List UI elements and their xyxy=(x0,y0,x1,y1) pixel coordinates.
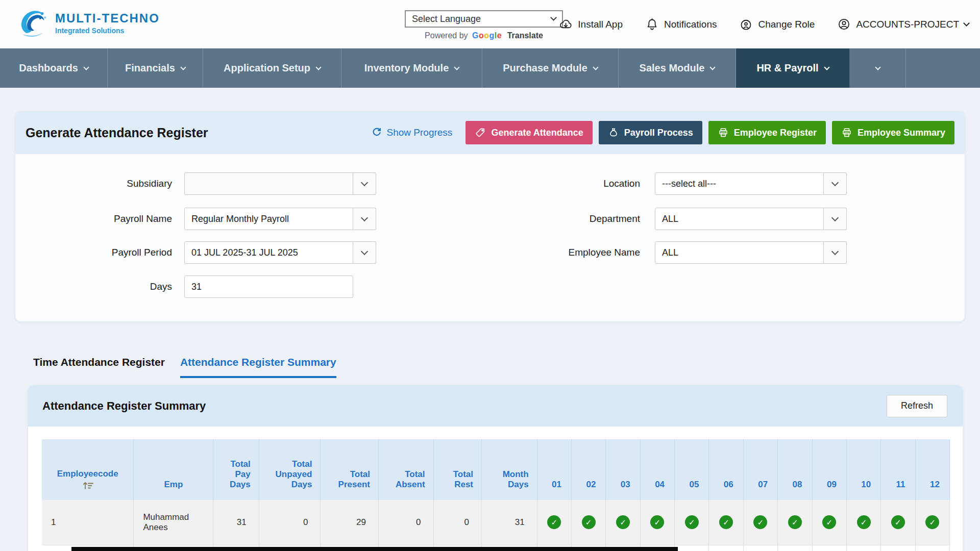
location-select[interactable]: ---select all--- xyxy=(655,172,847,195)
refresh-button[interactable]: Refresh xyxy=(887,395,947,417)
days-input[interactable]: 31 xyxy=(184,276,353,298)
employee-name-select[interactable]: ALL xyxy=(655,241,847,264)
col-day-01: 01 xyxy=(537,439,571,500)
employee-name-label: Employee Name xyxy=(513,247,640,258)
payroll-period-select[interactable]: 01 JUL 2025-31 JUL 2025 xyxy=(184,241,376,264)
brand-tagline: Integrated Solutions xyxy=(55,27,160,35)
cell-total-pay-days: 31 xyxy=(213,500,259,545)
google-logo-text: Google xyxy=(472,31,502,40)
department-select[interactable]: ALL xyxy=(655,208,847,230)
person-circle-icon xyxy=(837,17,851,31)
location-label: Location xyxy=(513,178,640,189)
col-employeecode-label: Employeecode xyxy=(57,469,118,479)
printer-icon xyxy=(718,127,729,138)
chevron-down-icon[interactable] xyxy=(353,241,376,264)
chevron-down-icon[interactable] xyxy=(353,172,376,195)
generate-attendance-button[interactable]: Generate Attendance xyxy=(465,121,592,144)
present-check-icon xyxy=(891,515,905,529)
chevron-down-icon xyxy=(180,64,186,70)
employee-name-value: ALL xyxy=(655,241,824,264)
employee-name-field: Employee Name ALL xyxy=(513,241,847,264)
attendance-summary-header: Attendance Register Summary Refresh xyxy=(28,385,963,427)
nav-label: Dashboards xyxy=(19,62,78,74)
language-select-value: Select Language xyxy=(412,14,481,24)
notifications-button[interactable]: Notifications xyxy=(645,17,717,31)
nav-more-button[interactable] xyxy=(850,48,906,88)
nav-item-hr-payroll[interactable]: HR & Payroll xyxy=(736,48,850,88)
generate-attendance-label: Generate Attendance xyxy=(491,128,583,138)
sort-ascending-icon xyxy=(81,481,94,490)
col-total-present: Total Present xyxy=(321,439,379,500)
install-app-button[interactable]: Install App xyxy=(559,17,623,31)
account-name: ACCOUNTS-PROJECT xyxy=(856,19,959,30)
cell-day-06 xyxy=(709,500,743,545)
nav-label: Sales Module xyxy=(640,62,705,74)
bell-icon xyxy=(645,17,659,31)
nav-item-purchase-module[interactable]: Purchase Module xyxy=(482,48,619,88)
present-check-icon xyxy=(650,515,664,529)
panel-title: Attendance Register Summary xyxy=(42,399,887,413)
col-day-04: 04 xyxy=(640,439,674,500)
payroll-process-button[interactable]: Payroll Process xyxy=(599,121,702,144)
refresh-icon xyxy=(371,127,382,138)
person-broadcast-icon xyxy=(739,17,753,31)
col-day-10: 10 xyxy=(846,439,880,500)
nav-label: Inventory Module xyxy=(364,62,449,74)
cell-total-rest: 0 xyxy=(433,500,482,545)
present-check-icon xyxy=(582,515,596,529)
present-check-icon xyxy=(857,515,871,529)
chevron-down-icon[interactable] xyxy=(353,208,376,230)
payroll-period-field: Payroll Period 01 JUL 2025-31 JUL 2025 xyxy=(15,241,376,264)
col-total-rest: Total Rest xyxy=(433,439,482,500)
present-check-icon xyxy=(925,515,939,529)
nav-item-application-setup[interactable]: Application Setup xyxy=(203,48,341,88)
nav-item-dashboards[interactable]: Dashboards xyxy=(0,48,108,88)
cell-day-05 xyxy=(675,500,709,545)
payroll-name-value: Regular Monthly Payroll xyxy=(184,208,353,230)
cell-month-days: 31 xyxy=(482,500,537,545)
tag-icon xyxy=(475,127,486,138)
col-total-pay-days: Total Pay Days xyxy=(213,439,259,500)
days-input-wrap: 31 xyxy=(184,276,353,298)
nav-item-financials[interactable]: Financials xyxy=(108,48,203,88)
powered-by-google-translate: Powered by Google Translate xyxy=(405,31,563,40)
col-day-11: 11 xyxy=(881,439,915,500)
chevron-down-icon xyxy=(824,64,829,70)
employee-summary-button[interactable]: Employee Summary xyxy=(832,121,954,144)
tab-attendance-register-summary[interactable]: Attendance Register Summary xyxy=(180,356,336,378)
chevron-down-icon xyxy=(83,64,89,70)
col-employeecode[interactable]: Employeecode xyxy=(42,439,134,500)
main-navbar: Dashboards Financials Application Setup … xyxy=(0,48,980,88)
chevron-down-icon[interactable] xyxy=(824,208,847,230)
subsidiary-select[interactable] xyxy=(184,172,376,195)
cell-emp: Muhammad Anees xyxy=(134,500,213,545)
attendance-summary-panel: Attendance Register Summary Refresh Empl… xyxy=(28,385,963,551)
chevron-down-icon[interactable] xyxy=(824,241,847,264)
language-select[interactable]: Select Language xyxy=(405,10,563,28)
present-check-icon xyxy=(685,515,699,529)
chevron-down-icon xyxy=(550,14,557,21)
employee-register-button[interactable]: Employee Register xyxy=(708,121,826,144)
employee-summary-label: Employee Summary xyxy=(857,128,945,138)
money-bag-icon xyxy=(608,127,619,138)
cell-day-04 xyxy=(640,500,674,545)
show-progress-link[interactable]: Show Progress xyxy=(371,127,453,138)
printer-icon xyxy=(841,127,852,138)
change-role-button[interactable]: Change Role xyxy=(739,17,815,31)
payroll-name-select[interactable]: Regular Monthly Payroll xyxy=(184,208,376,230)
tab-time-attendance-register[interactable]: Time Attendance Register xyxy=(33,356,165,378)
nav-item-sales-module[interactable]: Sales Module xyxy=(619,48,736,88)
nav-label: Financials xyxy=(125,62,175,74)
nav-item-inventory-module[interactable]: Inventory Module xyxy=(341,48,482,88)
cell-total-unpayed-days: 0 xyxy=(259,500,321,545)
col-total-absent: Total Absent xyxy=(378,439,433,500)
col-day-02: 02 xyxy=(571,439,605,500)
cell-day-08 xyxy=(778,500,812,545)
google-translate-widget: Select Language Powered by Google Transl… xyxy=(405,10,563,40)
generate-attendance-toolbar: Generate Attendance Register Show Progre… xyxy=(15,111,965,154)
account-menu[interactable]: ACCOUNTS-PROJECT xyxy=(837,17,969,31)
chevron-down-icon[interactable] xyxy=(824,172,847,195)
col-total-unpayed-days: Total Unpayed Days xyxy=(259,439,321,500)
brand-logo[interactable]: MULTI-TECHNO Integrated Solutions xyxy=(18,6,160,40)
present-check-icon xyxy=(616,515,630,529)
